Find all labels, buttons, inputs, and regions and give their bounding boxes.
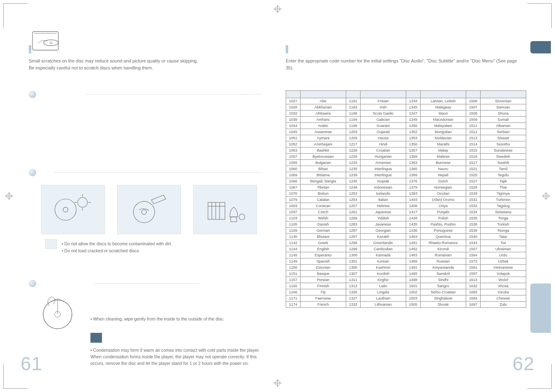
table-row: 1053Bashkir1226Croatian1357Malay1515Sund…: [286, 148, 526, 154]
table-cell: 1181: [346, 98, 360, 104]
table-cell: Turkish: [480, 221, 526, 228]
table-cell: 1334: [406, 98, 420, 104]
table-row: 1103Welsh1269Yiddish1428Polish1535Tonga: [286, 215, 526, 221]
table-cell: 1505: [406, 302, 420, 308]
table-cell: Sindhi: [421, 277, 466, 283]
table-cell: English: [301, 246, 346, 252]
table-cell: 1697: [466, 302, 480, 308]
table-cell: 1165: [286, 283, 301, 289]
table-cell: 1376: [406, 178, 420, 184]
table-row: 1028Abkhazian1183Irish1345Malagasy1507Sa…: [286, 104, 526, 111]
table-cell: 1105: [286, 221, 301, 228]
table-cell: Gujarati: [361, 129, 406, 135]
table-cell: Macedonian: [421, 117, 466, 123]
table-cell: Twi: [480, 240, 526, 246]
table-cell: Malay: [421, 148, 466, 154]
table-row: 1151Basque1307Kurdish1495Sanskrit1587Vol…: [286, 271, 526, 277]
table-cell: 1044: [286, 123, 301, 129]
table-cell: Lingala: [361, 289, 406, 295]
table-cell: 1428: [406, 215, 420, 221]
language-code-table: 1027Afar1181Frisian1334Latvian, Lettish1…: [286, 90, 526, 308]
table-cell: 1027: [286, 98, 301, 104]
table-header: [466, 91, 480, 98]
table-cell: 1332: [346, 302, 360, 308]
table-cell: Nepali: [421, 172, 466, 178]
table-cell: 1564: [466, 252, 480, 258]
table-cell: Kurdish: [361, 271, 406, 277]
intro-line-2: Be especially careful not to scratch dis…: [29, 65, 153, 70]
table-cell: Tsonga: [480, 228, 526, 234]
table-row: 1069Bislama1239Interlingue1369Nepali1525…: [286, 172, 526, 178]
table-cell: 1509: [466, 117, 480, 123]
table-cell: Croatian: [361, 148, 406, 154]
table-cell: 1507: [466, 104, 480, 111]
bullet-text: • Do not allow the discs to become conta…: [62, 240, 257, 247]
table-cell: Yiddish: [361, 215, 406, 221]
table-cell: Amharic: [301, 117, 346, 123]
table-cell: Turkmen: [480, 197, 526, 203]
table-cell: Finnish: [301, 283, 346, 289]
table-cell: Serbo-Croatian: [421, 289, 466, 295]
caution-text: • Condensation may form if warm air come…: [90, 347, 261, 367]
table-cell: Swahili: [480, 160, 526, 166]
disc-cleaning-illustration: [37, 292, 78, 333]
right-page: Enter the appropriate code number for th…: [286, 21, 526, 371]
table-cell: 1495: [406, 271, 420, 277]
table-cell: 1463: [406, 234, 420, 240]
table-header: [480, 91, 526, 98]
table-cell: 1039: [286, 117, 301, 123]
table-cell: Danish: [301, 221, 346, 228]
side-tab-icon: [530, 284, 551, 333]
section-tab-icon: [286, 45, 288, 53]
table-cell: 1109: [286, 228, 301, 234]
table-cell: Hebrew: [361, 203, 406, 209]
section-bullet-icon: [29, 168, 36, 176]
table-cell: 1535: [466, 215, 480, 221]
table-cell: 1511: [466, 123, 480, 129]
table-cell: 1196: [346, 123, 360, 129]
table-cell: Wolof: [480, 277, 526, 283]
table-cell: 1142: [286, 240, 301, 246]
table-cell: Faeroese: [301, 295, 346, 302]
table-cell: Javanese: [361, 221, 406, 228]
table-cell: 1408: [406, 203, 420, 209]
table-cell: 1248: [346, 184, 360, 191]
side-tab-icon: [530, 41, 551, 53]
table-cell: Tajik: [480, 178, 526, 184]
table-cell: Norwegian: [421, 184, 466, 191]
table-cell: 1572: [466, 258, 480, 265]
table-cell: Zulu: [480, 302, 526, 308]
table-cell: Kazakh: [361, 234, 406, 240]
table-cell: 1171: [286, 295, 301, 302]
table-cell: 1203: [346, 129, 360, 135]
no-writing-illustration: [117, 185, 181, 234]
table-row: 1051Aymara1209Hausa1353Moldavian1513Sisw…: [286, 135, 526, 141]
table-cell: 1151: [286, 271, 301, 277]
table-cell: 1587: [466, 271, 480, 277]
table-cell: Sundanese: [480, 148, 526, 154]
table-cell: Nauru: [421, 166, 466, 172]
table-cell: 1538: [466, 221, 480, 228]
table-cell: 1287: [346, 228, 360, 234]
table-row: 1044Arabic1196Guarani1350Malayalam1511Al…: [286, 123, 526, 129]
table-cell: Corsican: [301, 203, 346, 209]
table-row: 1149Spanish1301Korean1489Russian1572Uzbe…: [286, 258, 526, 265]
table-cell: Sanskrit: [421, 271, 466, 277]
table-cell: Vietnamese: [480, 265, 526, 271]
table-cell: 1300: [346, 252, 360, 258]
table-cell: Quechua: [421, 234, 466, 240]
table-row: 1079Catalan1254Italian1403(Afan) Oromo15…: [286, 197, 526, 203]
table-cell: Spanish: [301, 258, 346, 265]
registration-mark-icon: [542, 192, 550, 200]
table-cell: 1057: [286, 154, 301, 160]
table-cell: 1365: [406, 166, 420, 172]
table-cell: Frisian: [361, 98, 406, 104]
table-cell: Volapuk: [480, 271, 526, 277]
table-cell: Polish: [421, 215, 466, 221]
table-cell: 1517: [466, 160, 480, 166]
table-cell: 1239: [346, 172, 360, 178]
table-cell: 1313: [346, 283, 360, 289]
table-cell: Serbian: [480, 129, 526, 135]
svg-point-22: [134, 201, 155, 223]
table-cell: 1357: [406, 148, 420, 154]
